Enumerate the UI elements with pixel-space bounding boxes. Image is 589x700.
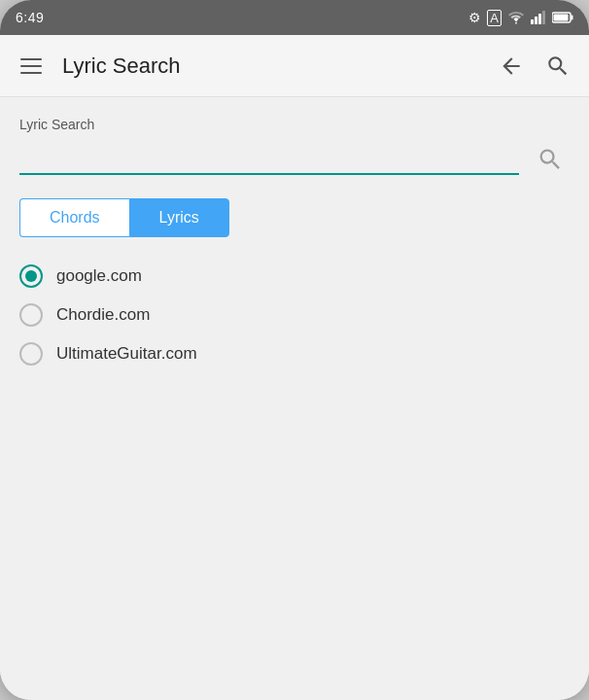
- radio-chordie-label: Chordie.com: [56, 305, 150, 325]
- app-bar-actions: [492, 47, 577, 86]
- svg-rect-2: [538, 14, 541, 24]
- status-time: 6:49: [16, 10, 44, 25]
- radio-ultimate-outer: [19, 342, 43, 366]
- radio-google-label: google.com: [56, 266, 142, 286]
- radio-ultimate[interactable]: UltimateGuitar.com: [19, 342, 570, 366]
- app-bar-title: Lyric Search: [62, 53, 492, 79]
- a-icon: A: [487, 10, 502, 26]
- battery-icon: [552, 12, 573, 23]
- radio-google-inner: [25, 270, 37, 282]
- phone-frame: 6:49 ⚙ A: [0, 0, 589, 700]
- back-button[interactable]: [492, 47, 531, 86]
- hamburger-line-2: [20, 65, 42, 67]
- radio-chordie-outer: [19, 303, 43, 327]
- status-icons: ⚙ A: [468, 10, 573, 26]
- radio-google[interactable]: google.com: [19, 264, 570, 288]
- wifi-icon: [507, 11, 525, 24]
- search-button[interactable]: [538, 47, 577, 86]
- svg-rect-5: [554, 15, 569, 21]
- source-radio-group: google.com Chordie.com UltimateGuitar.co…: [19, 264, 570, 366]
- search-submit-icon: [537, 146, 564, 173]
- tab-chords[interactable]: Chords: [19, 198, 129, 237]
- tab-lyrics[interactable]: Lyrics: [129, 198, 229, 237]
- app-bar: Lyric Search: [0, 35, 589, 97]
- svg-rect-3: [542, 11, 545, 24]
- svg-rect-6: [572, 16, 573, 20]
- signal-icon: [531, 11, 546, 24]
- search-input-wrap: [19, 145, 519, 175]
- back-arrow-icon: [499, 53, 524, 79]
- content-area: Lyric Search Chords Lyrics google.com: [0, 97, 589, 700]
- radio-chordie[interactable]: Chordie.com: [19, 303, 570, 327]
- search-submit-button[interactable]: [531, 140, 570, 179]
- search-label: Lyric Search: [19, 117, 570, 132]
- search-input[interactable]: [19, 145, 519, 173]
- menu-button[interactable]: [12, 47, 51, 86]
- radio-ultimate-label: UltimateGuitar.com: [56, 344, 197, 364]
- gear-icon: ⚙: [468, 10, 481, 25]
- search-row: [19, 140, 570, 179]
- search-icon: [545, 53, 571, 79]
- svg-rect-0: [531, 19, 534, 24]
- svg-rect-1: [535, 17, 537, 24]
- tab-toggle-group: Chords Lyrics: [19, 198, 570, 237]
- hamburger-line-1: [20, 58, 42, 60]
- hamburger-line-3: [20, 72, 42, 74]
- status-bar: 6:49 ⚙ A: [0, 0, 589, 35]
- radio-google-outer: [19, 264, 43, 288]
